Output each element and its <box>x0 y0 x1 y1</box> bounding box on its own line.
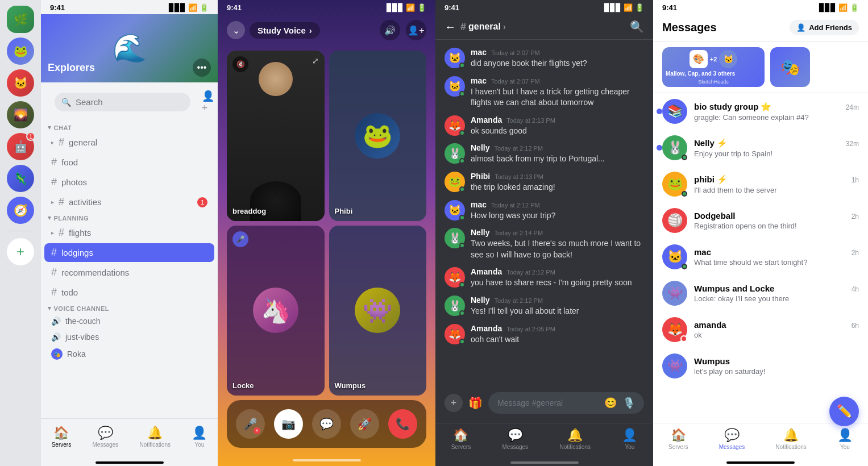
boost-button[interactable]: 🚀 <box>350 409 379 439</box>
server-icon-5[interactable]: 🤖 1 <box>7 133 34 160</box>
story-card-sketchheads[interactable]: 🎨 +2 🐱 Mallow, Cap, and 3 others SketchH… <box>662 47 765 87</box>
panel-voice-call: 9:41 ▊▊▊ 📶 🔋 ⌄ Study Voice › 🔊 👤+ <box>218 0 435 466</box>
timestamp-9: Today at 2:12 PM <box>494 297 543 304</box>
compose-button[interactable]: ✏️ <box>829 397 859 426</box>
time-3: 9:41 <box>445 3 459 12</box>
chat-icon: 💬 <box>319 417 334 431</box>
add-server-button[interactable]: + <box>7 238 34 265</box>
status-amanda-dnd <box>680 335 687 342</box>
message-content-4: Nelly Today at 2:12 PM almost back from … <box>471 143 644 165</box>
username-phibi-1: Phibi <box>471 172 490 181</box>
section-planning[interactable]: ▾ PLANNING <box>41 212 218 223</box>
status-bar-3: 9:41 ▊▊▊ 📶 🔋 <box>435 0 653 14</box>
chat-nav-you[interactable]: 👤 You <box>622 428 637 450</box>
search-icon: 🔍 <box>61 98 71 107</box>
channel-activities[interactable]: ▸ # activities 1 <box>44 193 214 211</box>
server-icon-4[interactable]: 🌄 <box>7 101 34 128</box>
conversation-nelly[interactable]: 🐰 Nelly ⚡ 32m Enjoy your trip to Spain! <box>653 130 868 166</box>
nav-you[interactable]: 👤 You <box>187 423 211 450</box>
add-friends-button[interactable]: 👤 Add Friends <box>790 20 859 35</box>
msg-nav-notifications[interactable]: 🔔 Notifications <box>775 428 806 450</box>
chat-servers-icon: 🏠 <box>453 428 468 443</box>
end-call-button[interactable]: 📞 <box>388 409 417 439</box>
search-input[interactable] <box>76 97 184 107</box>
message-content-9: Nelly Today at 2:12 PM Yes! I'll tell yo… <box>471 296 644 317</box>
server-icon-1[interactable]: 🌿 <box>7 6 34 33</box>
server-icon-3[interactable]: 🐱 <box>7 69 34 97</box>
voice-channel-couch[interactable]: 🔊 the-couch <box>44 314 214 328</box>
channel-recommendations[interactable]: # recommendations <box>44 263 214 282</box>
conversation-dodgeball[interactable]: 🏐 Dodgeball 2h Registration opens on the… <box>653 202 868 239</box>
nav-notifications[interactable]: 🔔 Notifications <box>135 423 175 450</box>
conversation-phibi[interactable]: 🐸 phibi ⚡ 1h I'll add them to the server <box>653 166 868 202</box>
chat-mic-button[interactable]: 🎙️ <box>622 397 635 409</box>
channel-name-recommendations: recommendations <box>61 268 129 277</box>
section-arrow-planning: ▾ <box>48 214 52 222</box>
msg-nav-you[interactable]: 👤 You <box>837 428 853 450</box>
chat-add-button[interactable]: + <box>445 394 463 412</box>
chat-nav-servers[interactable]: 🏠 Servers <box>451 428 471 450</box>
conversation-wumpus[interactable]: 👾 Wumpus let's play on saturday! <box>653 348 868 384</box>
channel-photos[interactable]: # photos <box>44 173 214 192</box>
breaddog-muted-icon: 🔇 <box>232 56 248 72</box>
conv-name-amanda: amanda <box>694 320 726 330</box>
server-icon-explorers[interactable]: 🧭 <box>7 197 34 224</box>
server-icon-2[interactable]: 🐸 <box>7 38 34 65</box>
nav-servers[interactable]: 🏠 Servers <box>47 423 76 450</box>
video-tile-phibi[interactable]: 🐸 Phibi <box>329 51 427 221</box>
chat-button[interactable]: 💬 <box>312 409 341 439</box>
nav-messages[interactable]: 💬 Messages <box>88 423 123 450</box>
channel-lodgings[interactable]: # lodgings <box>44 243 214 262</box>
conversation-mac[interactable]: 🐱 mac 2h What time should we start tonig… <box>653 239 868 275</box>
section-voice[interactable]: ▾ VOICE CHANNEL <box>41 302 218 313</box>
message-header-9: Nelly Today at 2:12 PM <box>471 296 644 305</box>
server-icon-6[interactable]: 🦎 <box>7 165 34 192</box>
chat-nav-messages[interactable]: 💬 Messages <box>502 428 529 450</box>
chat-input-field[interactable]: Message #general 😊 🎙️ <box>488 392 644 414</box>
message-content-5: Phibi Today at 2:13 PM the trip looked a… <box>471 172 644 193</box>
username-nelly-1: Nelly <box>471 143 489 152</box>
messages-header: Messages 👤 Add Friends <box>653 14 868 41</box>
chat-you-icon: 👤 <box>622 428 637 443</box>
call-title-chip[interactable]: Study Voice › <box>250 22 320 39</box>
breaddog-name: breaddog <box>232 207 266 215</box>
call-back-button[interactable]: ⌄ <box>227 21 245 39</box>
hash-icon-photos: # <box>51 176 57 188</box>
channel-food[interactable]: # food <box>44 153 214 172</box>
msg-nav-messages[interactable]: 💬 Messages <box>719 428 745 450</box>
story-card-2[interactable]: 🎭 <box>770 47 810 87</box>
call-adduser-button[interactable]: 👤+ <box>406 20 426 40</box>
conversation-wumpus-locke[interactable]: 👾 Wumpus and Locke 4h Locke: okay I'll s… <box>653 275 868 311</box>
voice-channel-roka[interactable]: 🎭 Roka <box>44 346 214 363</box>
message-header-3: Amanda Today at 2:13 PM <box>471 115 644 124</box>
server-menu-button[interactable]: ••• <box>193 59 211 77</box>
msg-nav-servers[interactable]: 🏠 Servers <box>668 428 688 450</box>
conversation-amanda[interactable]: 🦊 amanda 6h ok <box>653 311 868 348</box>
conversation-bio-study[interactable]: 📚 bio study group ⭐ 24m graggle: Can som… <box>653 93 868 130</box>
chat-back-button[interactable]: ← <box>445 20 456 34</box>
call-speaker-button[interactable]: 🔊 <box>380 20 400 40</box>
chat-nav-notifications[interactable]: 🔔 Notifications <box>559 428 590 450</box>
channel-flights[interactable]: ▸ # flights <box>44 223 214 242</box>
search-bar[interactable]: 🔍 <box>55 93 190 111</box>
chat-search-button[interactable]: 🔍 <box>630 20 644 34</box>
conv-name-dodgeball: Dodgeball <box>694 211 736 220</box>
section-chat[interactable]: ▾ CHAT <box>41 122 218 132</box>
battery-icon-4: 🔋 <box>850 3 859 12</box>
chat-emoji-button[interactable]: 😊 <box>604 397 617 409</box>
video-tile-breaddog[interactable]: 🔇 ⤢ breaddog <box>227 51 325 221</box>
video-button[interactable]: 📷 <box>274 409 303 439</box>
avatar-mac-3: 🐱 <box>445 200 465 220</box>
conv-time-wumpus-locke: 4h <box>852 285 859 293</box>
video-tile-wumpus[interactable]: 👾 Wumpus <box>329 226 427 396</box>
channel-general[interactable]: ▸ # general <box>44 133 214 152</box>
mute-button[interactable]: 🎤 ✕ <box>236 409 265 439</box>
hash-icon-activities: # <box>59 196 64 208</box>
channel-todo[interactable]: # todo <box>44 283 214 302</box>
avatar-nelly-2: 🐰 <box>445 228 465 248</box>
message-text-9: Yes! I'll tell you all about it later <box>471 306 644 317</box>
add-member-button[interactable]: 👤+ <box>202 93 214 111</box>
voice-channel-vibes[interactable]: 🔊 just-vibes <box>44 330 214 344</box>
video-tile-locke[interactable]: 🦄 🎤 Locke <box>227 226 325 396</box>
chat-gift-button[interactable]: 🎁 <box>468 396 483 410</box>
